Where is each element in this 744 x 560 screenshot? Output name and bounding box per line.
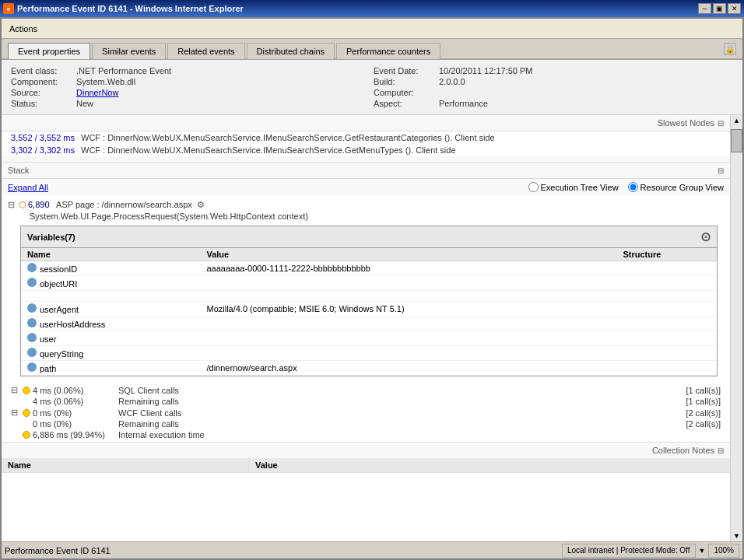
var-value bbox=[200, 346, 616, 361]
app-icon: e bbox=[3, 3, 14, 14]
actions-menu[interactable]: Actions bbox=[5, 23, 42, 35]
var-value bbox=[200, 331, 616, 346]
computer-value bbox=[439, 88, 733, 97]
build-label: Build: bbox=[374, 77, 436, 86]
stack-toolbar: Expand All Execution Tree View Resource … bbox=[2, 179, 730, 195]
tab-event-properties[interactable]: Event properties bbox=[8, 43, 90, 59]
variable-row bbox=[21, 291, 717, 302]
var-name: user bbox=[21, 331, 200, 346]
tab-similar-events[interactable]: Similar events bbox=[92, 43, 166, 59]
tab-related-events[interactable]: Related events bbox=[167, 43, 244, 59]
resource-group-option[interactable]: Resource Group View bbox=[628, 182, 724, 192]
tree-toggle[interactable]: ⊟ bbox=[8, 200, 17, 210]
stack-collapse[interactable]: ⊟ bbox=[718, 166, 724, 175]
perf-time[interactable]: 3,302 / 3,302 ms bbox=[11, 145, 81, 155]
variables-title: Variables(7) bbox=[27, 233, 75, 242]
exec-time: 4 ms (0.06%) bbox=[33, 386, 118, 395]
var-icon bbox=[27, 303, 37, 313]
var-icon bbox=[27, 362, 37, 372]
close-button[interactable]: ✕ bbox=[728, 3, 741, 14]
var-value: aaaaaaaa-0000-1111-2222-bbbbbbbbbbbb bbox=[200, 261, 616, 276]
status-right: Local intranet | Protected Mode: Off ▼ 1… bbox=[562, 544, 739, 558]
tree-node-settings[interactable]: ⚙ bbox=[197, 200, 205, 210]
exec-time: 0 ms (0%) bbox=[33, 419, 118, 429]
title-bar-buttons[interactable]: ─ ▣ ✕ bbox=[698, 3, 741, 14]
execution-tree-radio[interactable] bbox=[528, 182, 539, 192]
zone-info: Local intranet | Protected Mode: Off bbox=[562, 544, 696, 558]
exec-icon bbox=[23, 431, 30, 439]
exec-time: 6,886 ms (99.94%) bbox=[33, 430, 118, 439]
aspect-value: Performance bbox=[439, 99, 733, 108]
tree-node-icon: ⬡ bbox=[19, 200, 26, 210]
view-options: Execution Tree View Resource Group View bbox=[528, 182, 724, 192]
scroll-up[interactable]: ▲ bbox=[731, 115, 742, 126]
tab-bar-icon: 🔒 bbox=[724, 43, 736, 55]
source-value[interactable]: DinnerNow bbox=[76, 88, 370, 97]
variable-row: userHostAddress bbox=[21, 317, 717, 331]
vertical-scrollbar[interactable]: ▲ ▼ bbox=[730, 115, 742, 541]
source-label: Source: bbox=[11, 88, 73, 97]
main-window: Actions Event properties Similar events … bbox=[0, 17, 744, 560]
exec-desc: Internal execution time bbox=[118, 430, 643, 439]
var-col-structure: Structure bbox=[616, 248, 717, 261]
event-class-value: .NET Performance Event bbox=[76, 66, 370, 75]
exec-toggle[interactable]: ⊟ bbox=[11, 408, 20, 418]
slowest-nodes-list: 3,552 / 3,552 msWCF : DinnerNow.WebUX.Me… bbox=[2, 131, 730, 156]
slowest-nodes-header: Slowest Nodes ⊟ bbox=[2, 115, 730, 131]
tab-bar: Event properties Similar events Related … bbox=[2, 39, 742, 60]
tree-root-item: ⊟ ⬡ 6,890 ASP page : /dinnernow/search.a… bbox=[8, 200, 724, 210]
exec-desc: Remaining calls bbox=[118, 397, 643, 406]
execution-tree-option[interactable]: Execution Tree View bbox=[528, 182, 619, 192]
zoom-level: 100% bbox=[708, 544, 739, 558]
variables-table: Name Value Structure sessionID aaaaaaaa-… bbox=[21, 248, 717, 376]
resource-group-radio[interactable] bbox=[628, 182, 638, 192]
tab-performance-counters[interactable]: Performance counters bbox=[336, 43, 440, 59]
exec-rows: ⊟4 ms (0.06%)SQL Client calls[1 call(s)]… bbox=[2, 383, 730, 442]
exec-icon bbox=[23, 387, 30, 394]
minimize-button[interactable]: ─ bbox=[698, 3, 711, 14]
var-icon bbox=[27, 318, 37, 327]
var-value: Mozilla/4.0 (compatible; MSIE 6.0; Windo… bbox=[200, 302, 616, 317]
scroll-down[interactable]: ▼ bbox=[731, 530, 742, 541]
scroll-track[interactable] bbox=[731, 126, 742, 530]
status-label: Status: bbox=[11, 99, 73, 108]
var-name: userHostAddress bbox=[21, 317, 200, 331]
window-title: Performance Event ID 6141 - Windows Inte… bbox=[17, 4, 244, 13]
scroll-area[interactable]: Slowest Nodes ⊟ 3,552 / 3,552 msWCF : Di… bbox=[2, 115, 730, 541]
scroll-thumb[interactable] bbox=[731, 129, 742, 152]
exec-row: ⊟4 ms (0.06%)SQL Client calls[1 call(s)] bbox=[8, 384, 724, 396]
name-col-header: Name bbox=[2, 458, 249, 472]
variables-container: Variables(7) ⊙ Name Value Structure bbox=[20, 226, 718, 376]
tree-node-value: 6,890 ASP page : /dinnernow/search.aspx bbox=[28, 200, 192, 209]
tree-area: ⊟ ⬡ 6,890 ASP page : /dinnernow/search.a… bbox=[2, 195, 730, 383]
build-value: 2.0.0.0 bbox=[439, 77, 733, 86]
var-col-value: Value bbox=[200, 248, 616, 261]
stack-header: Stack ⊟ bbox=[2, 163, 730, 179]
collection-notes-collapse[interactable]: ⊟ bbox=[718, 446, 724, 455]
var-value bbox=[200, 317, 616, 331]
variables-expand-icon[interactable]: ⊙ bbox=[700, 229, 711, 244]
status-text: Performance Event ID 6141 bbox=[5, 546, 562, 555]
exec-toggle[interactable]: ⊟ bbox=[11, 385, 20, 395]
restore-button[interactable]: ▣ bbox=[713, 3, 726, 14]
exec-row: 4 ms (0.06%)Remaining calls[1 call(s)] bbox=[8, 396, 724, 407]
var-icon bbox=[27, 348, 37, 357]
variable-row: path /dinnernow/search.aspx bbox=[21, 361, 717, 376]
tab-distributed-chains[interactable]: Distributed chains bbox=[247, 43, 335, 59]
perf-desc: WCF : DinnerNow.WebUX.MenuSearchService.… bbox=[81, 145, 456, 155]
variable-row: userAgent Mozilla/4.0 (compatible; MSIE … bbox=[21, 302, 717, 317]
perf-time[interactable]: 3,552 / 3,552 ms bbox=[11, 133, 81, 142]
slowest-nodes-collapse[interactable]: ⊟ bbox=[718, 119, 724, 128]
collection-notes-header: Collection Notes ⊟ bbox=[2, 443, 730, 458]
exec-row: 0 ms (0%)Remaining calls[2 call(s)] bbox=[8, 418, 724, 429]
expand-all-link[interactable]: Expand All bbox=[8, 183, 48, 192]
var-col-name: Name bbox=[21, 248, 200, 261]
exec-calls: [1 call(s)] bbox=[643, 386, 721, 395]
variables-header: Variables(7) ⊙ bbox=[21, 226, 717, 248]
var-structure bbox=[616, 361, 717, 376]
menu-bar: Actions bbox=[2, 19, 742, 39]
zoom-arrow[interactable]: ▼ bbox=[699, 547, 706, 555]
tree-sub-label: System.Web.UI.Page.ProcessRequest(System… bbox=[30, 212, 724, 221]
variable-row: sessionID aaaaaaaa-0000-1111-2222-bbbbbb… bbox=[21, 261, 717, 276]
exec-desc: Remaining calls bbox=[118, 419, 643, 429]
